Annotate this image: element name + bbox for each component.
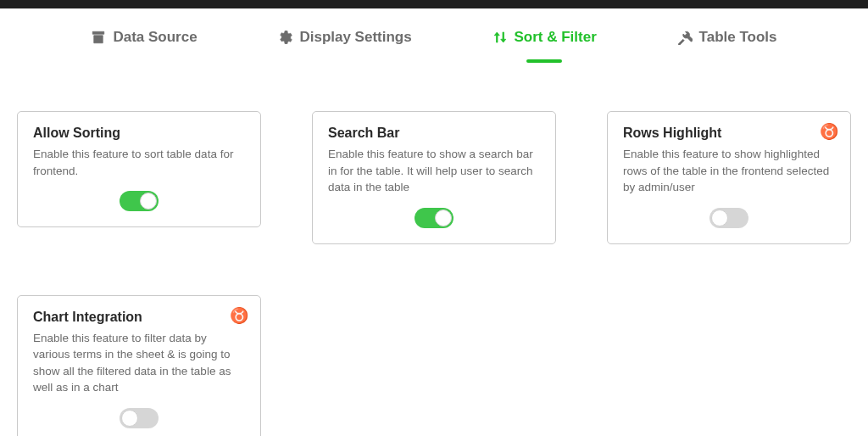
- pro-badge-icon: ♉: [230, 308, 248, 323]
- toggle-wrapper: [328, 208, 540, 228]
- feature-cards: Allow Sorting Enable this feature to sor…: [17, 111, 851, 436]
- tab-label: Data Source: [113, 29, 197, 46]
- card-title: Rows Highlight: [623, 126, 835, 141]
- card-title: Allow Sorting: [33, 126, 245, 141]
- tab-label: Display Settings: [299, 29, 411, 46]
- card-description: Enable this feature to show a search bar…: [328, 146, 540, 196]
- tab-display-settings[interactable]: Display Settings: [277, 29, 411, 54]
- toggle-search-bar[interactable]: [415, 208, 453, 228]
- tab-table-tools[interactable]: Table Tools: [677, 29, 777, 54]
- toggle-rows-highlight[interactable]: [709, 208, 748, 228]
- archive-icon: [91, 30, 106, 45]
- sort-icon: [492, 30, 508, 45]
- toggle-wrapper: [33, 408, 245, 428]
- card-description: Enable this feature to sort table data f…: [33, 146, 245, 179]
- settings-tabs: Data Source Display Settings Sort & Filt…: [17, 8, 851, 64]
- pro-badge-icon: ♉: [820, 124, 838, 139]
- card-allow-sorting: Allow Sorting Enable this feature to sor…: [17, 111, 261, 227]
- card-title: Chart Integration: [33, 310, 245, 325]
- card-description: Enable this feature to filter data by va…: [33, 330, 245, 396]
- tab-data-source[interactable]: Data Source: [91, 29, 197, 54]
- tab-label: Sort & Filter: [515, 29, 597, 46]
- toggle-wrapper: [33, 191, 245, 211]
- settings-icon: [277, 30, 292, 45]
- toggle-wrapper: [623, 208, 835, 228]
- card-description: Enable this feature to show highlighted …: [623, 146, 835, 196]
- window-top-strip: [0, 0, 868, 8]
- card-rows-highlight: ♉ Rows Highlight Enable this feature to …: [607, 111, 851, 244]
- card-title: Search Bar: [328, 126, 540, 141]
- tab-sort-filter[interactable]: Sort & Filter: [492, 29, 597, 54]
- tab-label: Table Tools: [699, 29, 777, 46]
- toggle-chart-integration[interactable]: [120, 408, 159, 428]
- card-chart-integration: ♉ Chart Integration Enable this feature …: [17, 295, 261, 436]
- toggle-allow-sorting[interactable]: [120, 191, 159, 211]
- card-search-bar: Search Bar Enable this feature to show a…: [312, 111, 556, 244]
- tools-icon: [677, 30, 693, 45]
- settings-page: Data Source Display Settings Sort & Filt…: [0, 8, 868, 436]
